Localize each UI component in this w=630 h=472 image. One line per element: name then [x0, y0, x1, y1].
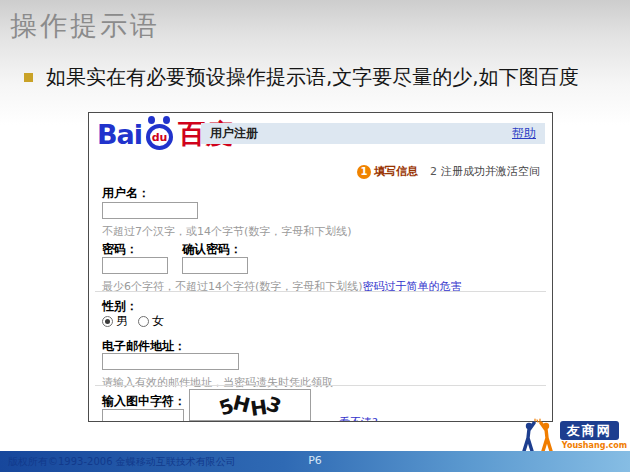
baidu-logo-bai: Bai	[97, 119, 142, 150]
youshang-name-cn: 友商网	[560, 421, 619, 440]
male-radio-label: 男	[116, 313, 128, 330]
female-radio-label: 女	[152, 313, 164, 330]
captcha-refresh-link[interactable]: 看不清?	[339, 415, 378, 422]
youshang-name-en: Youshang.com	[562, 441, 627, 450]
captcha-char: 3	[263, 391, 284, 418]
youshang-wordmark: 友商网 Youshang.com	[560, 421, 627, 450]
paw-toe-icon	[148, 116, 155, 124]
copyright-text: 版权所有©1993-2006 金蝶移动互联技术有限公司	[8, 455, 236, 469]
password-label: 密码：	[102, 241, 138, 258]
baidu-logo-du: du	[146, 124, 173, 150]
username-hint: 不超过7个汉字，或14个字节(数字，字母和下划线)	[102, 224, 352, 239]
bullet-text: 如果实在有必要预设操作提示语,文字要尽量的少,如下图百度	[46, 64, 579, 91]
bullet-row: 如果实在有必要预设操作提示语,文字要尽量的少,如下图百度	[24, 64, 620, 91]
page-title: 操作提示语	[10, 8, 160, 44]
step-indicator: 1 填写信息 2 注册成功并激活空间	[357, 164, 540, 179]
step1-label: 填写信息	[374, 164, 418, 179]
youshang-logo: 友商网 Youshang.com	[517, 418, 627, 452]
captcha-image: 5 H H 3	[189, 389, 311, 421]
male-radio[interactable]	[102, 316, 113, 327]
register-header-bar: 用户注册 帮助	[201, 123, 545, 144]
section-divider	[95, 291, 546, 292]
username-input[interactable]	[102, 202, 198, 219]
register-title: 用户注册	[210, 125, 258, 142]
email-hint: 请输入有效的邮件地址，当密码遗失时凭此领取	[102, 375, 333, 390]
paw-toe-icon	[163, 116, 170, 124]
email-input[interactable]	[102, 353, 239, 370]
gender-radio-group: 男 女	[102, 313, 174, 330]
youshang-figures-icon	[517, 418, 559, 452]
confirm-password-label: 确认密码：	[182, 241, 242, 258]
step1-badge: 1	[357, 165, 371, 179]
step2-label: 注册成功并激活空间	[441, 164, 540, 179]
step2-number: 2	[430, 165, 437, 178]
bullet-marker-icon	[24, 73, 33, 82]
baidu-register-panel: Bai du 百度 用户注册 帮助 1 填写信息 2 注册成功并激活空间 用户名…	[88, 112, 553, 422]
slide: 操作提示语 如果实在有必要预设操作提示语,文字要尽量的少,如下图百度 Bai d…	[0, 0, 630, 472]
password-input[interactable]	[102, 257, 168, 274]
section-divider	[95, 385, 546, 386]
page-number: P6	[308, 454, 322, 467]
help-link[interactable]: 帮助	[512, 125, 536, 142]
captcha-input[interactable]	[102, 409, 184, 422]
footer-bar: 版权所有©1993-2006 金蝶移动互联技术有限公司 P6	[0, 451, 630, 472]
confirm-password-input[interactable]	[182, 257, 248, 274]
baidu-paw-icon: du	[143, 116, 177, 152]
username-label: 用户名：	[102, 185, 150, 202]
captcha-label: 输入图中字符：	[102, 393, 186, 410]
female-radio[interactable]	[138, 316, 149, 327]
